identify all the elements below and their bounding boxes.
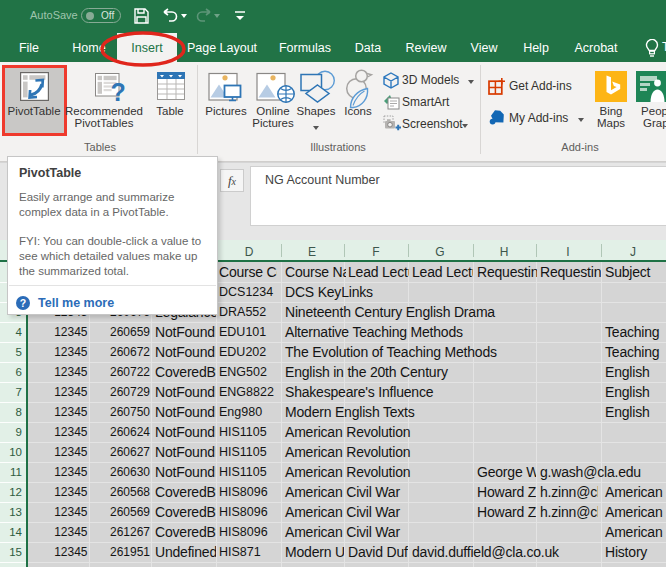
svg-text:?: ?	[111, 78, 126, 103]
